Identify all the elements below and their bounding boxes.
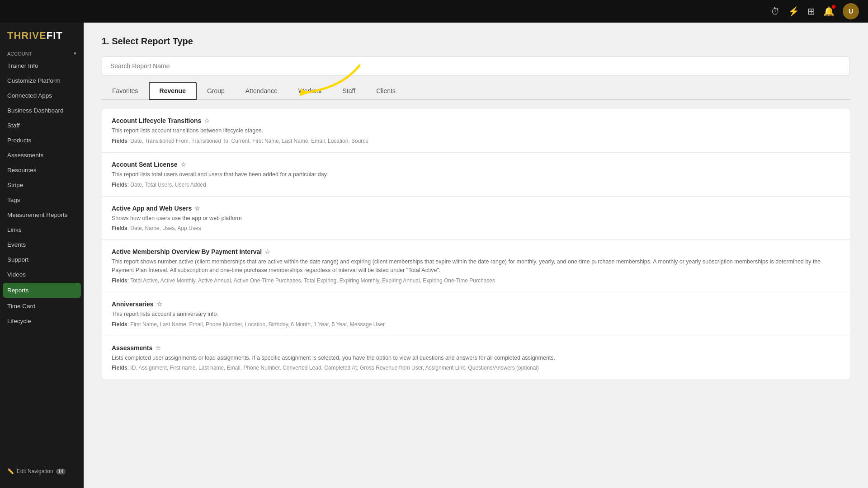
- report-list: Account Lifecycle Transitions ☆ This rep…: [102, 109, 850, 379]
- sidebar-item-support[interactable]: Support: [0, 252, 84, 267]
- report-fields: Fields: ID, Assignment, First name, Last…: [112, 365, 840, 371]
- tab-attendance[interactable]: Attendance: [235, 82, 288, 99]
- top-bar: ⏱ ⚡ ⊞ 🔔 U: [0, 0, 868, 23]
- report-item-active-app-users[interactable]: Active App and Web Users ☆ Shows how oft…: [102, 197, 850, 240]
- sidebar-item-events[interactable]: Events: [0, 237, 84, 252]
- report-fields: Fields: Date, Name, Uses, App Uses: [112, 225, 840, 231]
- report-title: Account Seat License ☆: [112, 161, 840, 168]
- tab-favorites[interactable]: Favorites: [102, 82, 149, 99]
- report-item-account-seat[interactable]: Account Seat License ☆ This report lists…: [102, 153, 850, 197]
- search-report-input[interactable]: [102, 56, 850, 75]
- sidebar-item-measurement-reports[interactable]: Measurement Reports: [0, 207, 84, 222]
- sidebar-item-lifecycle[interactable]: Lifecycle: [0, 314, 84, 328]
- sidebar-item-connected-apps[interactable]: Connected Apps: [0, 88, 84, 103]
- report-item-active-membership[interactable]: Active Membership Overview By Payment In…: [102, 240, 850, 292]
- avatar[interactable]: U: [843, 3, 859, 19]
- sidebar-item-reports[interactable]: Reports: [3, 283, 81, 298]
- sidebar-item-tags[interactable]: Tags: [0, 192, 84, 207]
- report-desc: This report lists total users overall an…: [112, 170, 840, 179]
- report-fields: Fields: Date, Total Users, Users Added: [112, 182, 840, 188]
- tab-group[interactable]: Group: [197, 82, 235, 99]
- tab-workout[interactable]: Workout: [288, 82, 332, 99]
- sidebar-item-links[interactable]: Links: [0, 222, 84, 237]
- account-section-header: Account ▾: [0, 46, 84, 58]
- report-desc: This report lists account's anniversary …: [112, 310, 840, 319]
- tab-clients[interactable]: Clients: [366, 82, 406, 99]
- star-icon[interactable]: ☆: [204, 117, 210, 124]
- timer-icon[interactable]: ⏱: [771, 6, 780, 17]
- tabs-row: Favorites Revenue Group Attendance Worko…: [102, 82, 850, 100]
- sidebar-item-time-card[interactable]: Time Card: [0, 299, 84, 314]
- report-title: Account Lifecycle Transitions ☆: [112, 117, 840, 124]
- report-desc: This report lists account transitions be…: [112, 127, 840, 135]
- grid-icon[interactable]: ⊞: [807, 6, 815, 17]
- logo-text: THRIVEFIT: [7, 30, 76, 42]
- topbar-icons: ⏱ ⚡ ⊞ 🔔 U: [771, 3, 859, 19]
- page-title: 1. Select Report Type: [102, 36, 850, 47]
- report-title: Active App and Web Users ☆: [112, 205, 840, 212]
- sidebar-item-trainer-info[interactable]: Trainer Info: [0, 58, 84, 73]
- report-item-anniversaries[interactable]: Anniversaries ☆ This report lists accoun…: [102, 292, 850, 336]
- star-icon[interactable]: ☆: [156, 300, 162, 308]
- logo: THRIVEFIT: [0, 23, 84, 46]
- report-title: Active Membership Overview By Payment In…: [112, 248, 840, 255]
- report-desc: This report shows number active (client …: [112, 258, 840, 275]
- notification-icon[interactable]: 🔔: [823, 6, 835, 17]
- sidebar-item-assessments[interactable]: Assessments: [0, 148, 84, 163]
- sidebar-item-videos[interactable]: Videos: [0, 267, 84, 282]
- edit-navigation[interactable]: ✏️ Edit Navigation 14: [0, 464, 84, 479]
- star-icon[interactable]: ☆: [155, 344, 161, 352]
- content-area: 1. Select Report Type Favorites Revenue …: [84, 23, 868, 488]
- report-fields: Fields: Date, Transitioned From, Transit…: [112, 138, 840, 144]
- sidebar: THRIVEFIT Account ▾ Trainer Info Customi…: [0, 23, 84, 488]
- star-icon[interactable]: ☆: [180, 161, 186, 168]
- report-title: Anniversaries ☆: [112, 300, 840, 308]
- sidebar-item-business-dashboard[interactable]: Business Dashboard: [0, 103, 84, 118]
- report-desc: Lists completed user assignments or lead…: [112, 354, 840, 362]
- report-title: Assessments ☆: [112, 344, 840, 352]
- report-fields: Fields: First Name, Last Name, Email, Ph…: [112, 321, 840, 328]
- tab-revenue[interactable]: Revenue: [149, 82, 197, 100]
- notification-badge: 14: [56, 469, 66, 474]
- sidebar-item-resources[interactable]: Resources: [0, 163, 84, 178]
- main-layout: THRIVEFIT Account ▾ Trainer Info Customi…: [0, 23, 868, 488]
- report-desc: Shows how often users use the app or web…: [112, 214, 840, 223]
- star-icon[interactable]: ☆: [264, 248, 270, 255]
- tab-staff[interactable]: Staff: [332, 82, 366, 99]
- sidebar-item-stripe[interactable]: Stripe: [0, 178, 84, 192]
- report-item-account-lifecycle[interactable]: Account Lifecycle Transitions ☆ This rep…: [102, 109, 850, 153]
- sidebar-item-customize-platform[interactable]: Customize Platform: [0, 73, 84, 88]
- sidebar-item-staff[interactable]: Staff: [0, 118, 84, 133]
- report-fields: Fields: Total Active, Active Monthly, Ac…: [112, 277, 840, 284]
- edit-nav-icon: ✏️: [7, 468, 14, 474]
- star-icon[interactable]: ☆: [194, 205, 200, 212]
- report-item-assessments[interactable]: Assessments ☆ Lists completed user assig…: [102, 336, 850, 380]
- lightning-icon[interactable]: ⚡: [788, 6, 799, 17]
- sidebar-item-products[interactable]: Products: [0, 133, 84, 148]
